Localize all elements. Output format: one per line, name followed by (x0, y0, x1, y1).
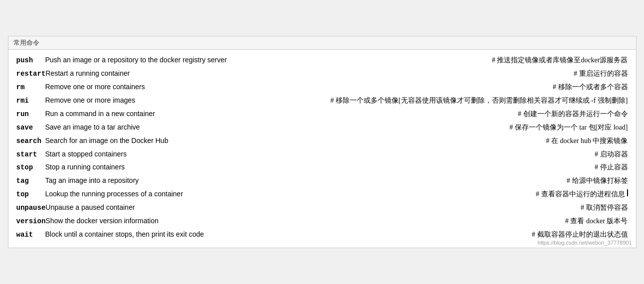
command-row: save Save an image to a tar archive # 保存… (16, 121, 628, 135)
command-comment: # 重启运行的容器 (574, 67, 628, 80)
command-name: push (16, 54, 45, 67)
command-comment: # 移除一个或者多个容器 (553, 81, 628, 94)
command-row: search Search for an image on the Docker… (16, 135, 628, 148)
text-cursor (627, 189, 628, 196)
command-comment: # 给源中镜像打标签 (567, 174, 628, 187)
command-name: top (16, 188, 45, 201)
command-description: Block until a container stops, then prin… (45, 228, 528, 241)
command-name: stop (16, 161, 45, 174)
command-name: save (16, 122, 45, 135)
command-row: version Show the docker version informat… (16, 215, 628, 228)
command-description: Save an image to a tar archive (45, 121, 506, 134)
command-name: start (16, 148, 45, 161)
main-container: 常用命令 push Push an image or a repository … (8, 36, 637, 248)
command-comment: # 查看 docker 版本号 (565, 215, 628, 228)
command-row: wait Block until a container stops, then… (16, 228, 628, 242)
command-comment: # 启动容器 (595, 148, 628, 161)
command-name: wait (16, 229, 45, 242)
commands-area: push Push an image or a repository to th… (8, 50, 636, 247)
command-description: Remove one or more images (45, 94, 327, 107)
command-description: Stop a running containers (45, 161, 591, 174)
command-name: rmi (16, 95, 45, 108)
command-name: tag (16, 175, 45, 188)
command-comment: # 保存一个镜像为一个 tar 包[对应 load] (509, 121, 628, 134)
command-comment: # 查看容器中运行的进程信息 (536, 188, 625, 201)
command-row: top Lookup the running processes of a co… (16, 188, 628, 201)
command-name: version (16, 215, 46, 228)
command-description: Start a stopped containers (45, 148, 591, 161)
command-row: unpause Unpause a paused container # 取消暂… (16, 201, 628, 215)
command-name: run (16, 108, 45, 121)
watermark: https://blog.csdn.net/webon_37778901 (538, 240, 632, 246)
command-description: Unpause a paused container (45, 201, 577, 214)
command-description: Remove one or more containers (45, 81, 549, 94)
command-comment: # 创建一个新的容器并运行一个命令 (518, 108, 628, 121)
command-name: unpause (16, 202, 46, 215)
command-description: Push an image or a repository to the doc… (45, 54, 488, 67)
command-row: stop Stop a running containers # 停止容器 (16, 161, 628, 174)
command-row: tag Tag an image into a repository # 给源中… (16, 174, 628, 188)
command-description: Run a command in a new container (45, 108, 514, 121)
command-description: Tag an image into a repository (45, 174, 563, 187)
command-description: Search for an image on the Docker Hub (45, 135, 542, 147)
command-comment: # 在 docker hub 中搜索镜像 (546, 135, 628, 147)
command-row: start Start a stopped containers # 启动容器 (16, 148, 628, 161)
command-row: rm Remove one or more containers # 移除一个或… (16, 81, 628, 94)
command-row: restart Restart a running container # 重启… (16, 67, 628, 81)
command-description: Restart a running container (45, 67, 570, 80)
command-row: push Push an image or a repository to th… (16, 54, 628, 67)
command-description: Lookup the running processes of a contai… (45, 188, 532, 201)
section-title: 常用命令 (8, 36, 636, 50)
command-name: search (16, 135, 45, 148)
command-row: run Run a command in a new container # 创… (16, 108, 628, 121)
command-comment: # 移除一个或多个镜像[无容器使用该镜像才可删除，否则需删除相关容器才可继续或 … (330, 94, 628, 107)
command-row: rmi Remove one or more images # 移除一个或多个镜… (16, 94, 628, 108)
command-description: Show the docker version information (45, 215, 561, 228)
command-comment: # 取消暂停容器 (581, 201, 628, 214)
command-name: rm (16, 81, 45, 94)
command-comment: # 停止容器 (595, 161, 628, 174)
command-name: restart (16, 68, 46, 81)
command-comment: # 推送指定镜像或者库镜像至docker源服务器 (492, 54, 628, 67)
